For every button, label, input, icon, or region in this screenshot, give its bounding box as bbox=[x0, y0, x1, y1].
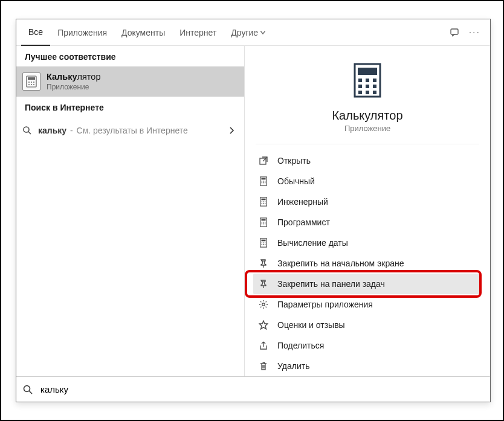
svg-point-27 bbox=[265, 181, 266, 182]
action-share[interactable]: Поделиться bbox=[253, 335, 482, 356]
svg-line-61 bbox=[30, 391, 33, 394]
search-bar[interactable] bbox=[16, 376, 490, 402]
action-label: Параметры приложения bbox=[277, 300, 373, 309]
action-programmer[interactable]: Программист bbox=[253, 212, 482, 233]
svg-point-60 bbox=[24, 385, 30, 391]
action-label: Оценки и отзывы bbox=[277, 320, 345, 330]
svg-point-8 bbox=[33, 84, 34, 85]
svg-rect-14 bbox=[366, 79, 369, 82]
svg-rect-2 bbox=[28, 77, 35, 80]
svg-point-41 bbox=[262, 222, 263, 223]
action-reviews[interactable]: Оценки и отзывы bbox=[253, 315, 482, 335]
result-calculator[interactable]: Калькулятор Приложение bbox=[16, 66, 244, 97]
svg-rect-40 bbox=[261, 219, 265, 221]
action-app-settings[interactable]: Параметры приложения bbox=[253, 294, 482, 315]
trash-icon bbox=[258, 361, 269, 371]
svg-rect-18 bbox=[373, 85, 376, 88]
action-pin-taskbar[interactable]: Закрепить на панели задач bbox=[253, 274, 482, 294]
action-scientific[interactable]: Инженерный bbox=[253, 191, 482, 212]
action-label: Обычный bbox=[277, 176, 315, 186]
web-search-header: Поиск в Интернете bbox=[16, 97, 244, 117]
svg-point-9 bbox=[24, 127, 29, 132]
action-open[interactable]: Открыть bbox=[253, 150, 482, 171]
svg-point-43 bbox=[265, 222, 266, 223]
calc-icon bbox=[258, 217, 269, 228]
details-subtitle: Приложение bbox=[268, 124, 467, 133]
calc-icon bbox=[258, 237, 269, 248]
web-result-text: кальку - См. результаты в Интернете bbox=[38, 126, 188, 135]
tab-all[interactable]: Все bbox=[21, 19, 50, 46]
web-result-row[interactable]: кальку - См. результаты в Интернете bbox=[16, 117, 244, 144]
calc-icon bbox=[258, 196, 269, 207]
details-panel: Калькулятор Приложение ОткрытьОбычныйИнж… bbox=[245, 46, 490, 376]
svg-rect-48 bbox=[261, 240, 265, 242]
pin-icon bbox=[258, 278, 269, 289]
chevron-down-icon bbox=[260, 31, 265, 34]
action-label: Программист bbox=[277, 217, 330, 227]
action-pin-start[interactable]: Закрепить на начальном экране bbox=[253, 253, 482, 274]
action-label: Закрепить на начальном экране bbox=[277, 259, 404, 268]
svg-point-29 bbox=[263, 182, 264, 184]
open-icon bbox=[258, 155, 269, 166]
search-icon bbox=[22, 384, 33, 395]
action-label: Закрепить на панели задач bbox=[277, 279, 385, 289]
calculator-icon bbox=[22, 72, 40, 91]
result-subtitle: Приложение bbox=[47, 83, 100, 92]
result-title: Калькулятор bbox=[47, 71, 100, 82]
action-label: Поделиться bbox=[277, 341, 324, 350]
svg-point-33 bbox=[262, 201, 263, 202]
details-title: Калькулятор bbox=[268, 109, 467, 123]
star-icon bbox=[258, 320, 269, 330]
action-date[interactable]: Вычисление даты bbox=[253, 233, 482, 253]
search-input[interactable] bbox=[39, 384, 484, 395]
tab-more[interactable]: Другие bbox=[224, 19, 273, 46]
best-match-header: Лучшее соответствие bbox=[16, 46, 244, 66]
chevron-right-icon[interactable] bbox=[226, 127, 238, 134]
svg-point-36 bbox=[262, 203, 263, 204]
ellipsis-icon[interactable]: ··· bbox=[469, 28, 480, 37]
svg-rect-24 bbox=[261, 178, 265, 180]
gear-icon bbox=[258, 299, 269, 310]
svg-point-54 bbox=[265, 244, 266, 245]
svg-rect-12 bbox=[358, 68, 377, 75]
svg-rect-0 bbox=[451, 29, 458, 34]
calculator-icon-large bbox=[351, 63, 384, 98]
svg-point-50 bbox=[263, 242, 264, 243]
action-label: Открыть bbox=[277, 156, 311, 166]
action-uninstall[interactable]: Удалить bbox=[253, 356, 482, 376]
svg-point-53 bbox=[263, 244, 264, 245]
svg-point-26 bbox=[263, 181, 264, 182]
svg-rect-17 bbox=[366, 85, 369, 88]
svg-point-25 bbox=[262, 181, 263, 182]
svg-rect-19 bbox=[358, 91, 362, 94]
svg-rect-16 bbox=[358, 85, 362, 88]
svg-point-37 bbox=[263, 203, 264, 204]
search-filter-tabs: Все Приложения Документы Интернет Другие… bbox=[16, 19, 490, 46]
action-standard[interactable]: Обычный bbox=[253, 171, 482, 191]
svg-rect-21 bbox=[373, 91, 376, 94]
svg-point-5 bbox=[33, 82, 34, 83]
pin-icon bbox=[258, 258, 269, 269]
search-icon bbox=[22, 126, 32, 135]
tab-apps[interactable]: Приложения bbox=[50, 19, 114, 46]
tab-web[interactable]: Интернет bbox=[172, 19, 224, 46]
tab-documents[interactable]: Документы bbox=[114, 19, 172, 46]
svg-point-42 bbox=[263, 222, 264, 223]
calc-icon bbox=[258, 176, 269, 187]
svg-point-3 bbox=[28, 82, 30, 83]
share-icon bbox=[258, 340, 269, 351]
svg-point-30 bbox=[265, 182, 266, 184]
svg-point-57 bbox=[262, 303, 265, 306]
svg-point-6 bbox=[28, 84, 30, 85]
feedback-icon[interactable] bbox=[450, 27, 460, 38]
svg-point-51 bbox=[265, 242, 266, 243]
results-list: Лучшее соответствие Калькулятор Приложен… bbox=[16, 46, 245, 376]
svg-point-34 bbox=[263, 201, 264, 202]
svg-point-4 bbox=[31, 82, 32, 83]
svg-point-35 bbox=[265, 201, 266, 202]
svg-point-52 bbox=[262, 244, 263, 245]
action-label: Удалить bbox=[277, 361, 309, 371]
action-label: Инженерный bbox=[277, 197, 328, 207]
svg-rect-15 bbox=[373, 79, 376, 82]
svg-line-10 bbox=[28, 132, 31, 134]
